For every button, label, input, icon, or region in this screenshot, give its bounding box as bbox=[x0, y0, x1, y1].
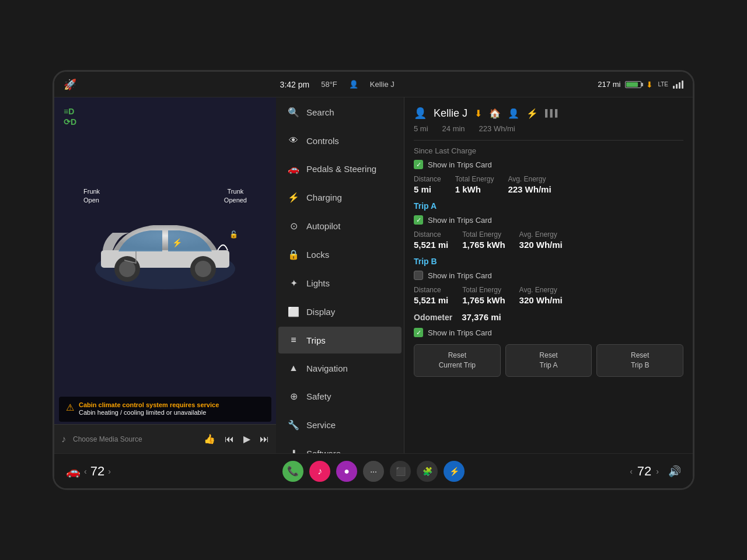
trip-b-checkbox[interactable] bbox=[414, 271, 423, 280]
odometer-checkbox-label: Show in Trips Card bbox=[428, 328, 492, 337]
trip-a-title: Trip A bbox=[414, 201, 683, 211]
phone-app-button[interactable]: 📞 bbox=[282, 461, 303, 482]
camera-button[interactable]: ⬛ bbox=[390, 461, 411, 482]
signal-bars bbox=[673, 80, 683, 89]
menu-item-autopilot[interactable]: ⊙ Autopilot bbox=[278, 212, 402, 240]
phone-icon: 📞 bbox=[287, 466, 299, 477]
battery-fill bbox=[626, 82, 638, 87]
menu-item-pedals[interactable]: 🚗 Pedals & Steering bbox=[278, 155, 402, 183]
display-icon: ⬜ bbox=[288, 306, 299, 317]
trip-b-distance-label: Distance bbox=[414, 286, 448, 294]
right-temp-down-arrow[interactable]: ‹ bbox=[630, 467, 633, 476]
svg-point-3 bbox=[119, 261, 135, 277]
odometer-checkbox[interactable]: ✓ bbox=[414, 328, 423, 337]
prev-button[interactable]: ⏮ bbox=[225, 434, 234, 444]
menu-label-lights: Lights bbox=[306, 278, 330, 288]
more-icon: ··· bbox=[370, 467, 377, 476]
menu-item-safety[interactable]: ⊕ Safety bbox=[278, 383, 402, 410]
trip-b-avg-label: Avg. Energy bbox=[519, 286, 563, 294]
puzzle-icon: 🧩 bbox=[423, 467, 432, 476]
stat-distance-quick: 5 mi bbox=[414, 124, 428, 133]
trip-b-checkbox-row[interactable]: Show in Trips Card bbox=[414, 271, 683, 280]
software-icon: ⬇ bbox=[288, 448, 299, 453]
trip-a-checkbox-row[interactable]: ✓ Show in Trips Card bbox=[414, 215, 683, 225]
apps-button[interactable]: ● bbox=[336, 461, 357, 482]
warning-icon: ⚠ bbox=[66, 402, 74, 413]
since-last-energy-value: 1 kWh bbox=[455, 184, 494, 194]
signal-bar-3 bbox=[679, 82, 680, 89]
bluetooth-button[interactable]: ⚡ bbox=[444, 461, 465, 482]
trip-a-energy: Total Energy 1,765 kWh bbox=[462, 230, 505, 250]
since-last-charge-stats: Distance 5 mi Total Energy 1 kWh Avg. En… bbox=[414, 175, 683, 194]
right-temp-up-arrow[interactable]: › bbox=[656, 467, 659, 476]
menu-item-service[interactable]: 🔧 Service bbox=[278, 411, 402, 439]
status-user-icon: 👤 bbox=[349, 80, 358, 89]
trip-a-avg-value: 320 Wh/mi bbox=[519, 240, 563, 250]
status-mileage: 217 mi bbox=[598, 80, 620, 89]
since-last-charge-checkbox-row[interactable]: ✓ Show in Trips Card bbox=[414, 160, 683, 169]
safety-icon: ⊕ bbox=[288, 391, 299, 402]
menu-label-search: Search bbox=[306, 107, 334, 117]
download-icon: ⬇ bbox=[646, 80, 653, 89]
menu-item-navigation[interactable]: ▲ Navigation bbox=[278, 355, 402, 382]
bluetooth-icon-header: ⚡ bbox=[526, 108, 538, 119]
trip-b-distance-value: 5,521 mi bbox=[414, 295, 448, 305]
menu-item-controls[interactable]: 👁 Controls bbox=[278, 127, 402, 154]
odometer-checkbox-row[interactable]: ✓ Show in Trips Card bbox=[414, 328, 683, 337]
trip-a-section: Trip A ✓ Show in Trips Card Distance 5,5… bbox=[414, 201, 683, 250]
reset-current-trip-button[interactable]: ResetCurrent Trip bbox=[414, 344, 501, 377]
menu-item-display[interactable]: ⬜ Display bbox=[278, 298, 402, 326]
trip-b-energy: Total Energy 1,765 kWh bbox=[462, 286, 505, 305]
left-temp-up-arrow[interactable]: › bbox=[108, 467, 111, 476]
menu-item-trips[interactable]: ≡ Trips bbox=[278, 327, 402, 354]
trip-b-stats: Distance 5,521 mi Total Energy 1,765 kWh… bbox=[414, 286, 683, 305]
next-button[interactable]: ⏭ bbox=[260, 434, 269, 444]
reset-trip-a-button[interactable]: ResetTrip A bbox=[505, 344, 592, 377]
menu-item-search[interactable]: 🔍 Search bbox=[278, 99, 402, 126]
reset-trip-b-button[interactable]: ResetTrip B bbox=[596, 344, 683, 377]
puzzle-button[interactable]: 🧩 bbox=[417, 461, 438, 482]
volume-icon[interactable]: 🔊 bbox=[668, 465, 681, 478]
status-bar-center: 3:42 pm 58°F 👤 Kellie J bbox=[76, 80, 598, 89]
apps-icon: ● bbox=[344, 466, 350, 477]
since-last-distance-value: 5 mi bbox=[414, 184, 441, 194]
menu-label-controls: Controls bbox=[306, 136, 339, 146]
svg-text:🔓: 🔓 bbox=[229, 230, 238, 239]
car-icon-taskbar: 🚗 bbox=[66, 464, 81, 478]
warning-text-container: Cabin climate control system requires se… bbox=[79, 401, 219, 417]
driver-stats: 5 mi 24 min 223 Wh/mi bbox=[414, 124, 683, 133]
camera-icon: ⬛ bbox=[396, 467, 406, 476]
left-temp-section: 🚗 ‹ 72 › bbox=[66, 464, 111, 479]
menu-item-locks[interactable]: 🔒 Locks bbox=[278, 241, 402, 268]
since-last-charge-checkbox[interactable]: ✓ bbox=[414, 160, 423, 169]
music-note-icon: ♪ bbox=[61, 434, 66, 444]
since-last-distance-label: Distance bbox=[414, 175, 441, 183]
menu-label-autopilot: Autopilot bbox=[306, 221, 340, 231]
like-button[interactable]: 👍 bbox=[204, 433, 215, 444]
svg-text:⚡: ⚡ bbox=[172, 238, 183, 248]
trip-a-distance-value: 5,521 mi bbox=[414, 240, 448, 250]
more-button[interactable]: ··· bbox=[363, 461, 384, 482]
since-last-energy-label: Total Energy bbox=[455, 175, 494, 183]
taskbar: 🚗 ‹ 72 › 📞 ♪ ● ··· ⬛ 🧩 bbox=[54, 453, 693, 488]
tesla-screen: 🚀 3:42 pm 58°F 👤 Kellie J 217 mi ⬇ LTE bbox=[53, 70, 694, 490]
trips-content-panel: 👤 Kellie J ⬇ 🏠 👤 ⚡ ▌▌▌ 5 mi 24 min 223 W… bbox=[404, 97, 693, 453]
menu-label-software: Software bbox=[306, 449, 341, 453]
since-last-charge-checkbox-label: Show in Trips Card bbox=[428, 160, 492, 169]
music-app-button[interactable]: ♪ bbox=[309, 461, 330, 482]
right-temp-section: ‹ 72 › 🔊 bbox=[630, 464, 681, 479]
odometer-label: Odometer bbox=[414, 313, 452, 322]
charging-icon: ⚡ bbox=[288, 192, 299, 203]
right-temperature-display: 72 bbox=[637, 464, 651, 479]
menu-item-charging[interactable]: ⚡ Charging bbox=[278, 184, 402, 211]
odometer-check-mark: ✓ bbox=[416, 329, 421, 337]
trips-icon: ≡ bbox=[288, 335, 299, 345]
menu-item-software[interactable]: ⬇ Software bbox=[278, 440, 402, 453]
trip-a-checkbox[interactable]: ✓ bbox=[414, 215, 423, 225]
menu-item-lights[interactable]: ✦ Lights bbox=[278, 270, 402, 297]
play-button[interactable]: ▶ bbox=[243, 433, 250, 444]
left-temp-down-arrow[interactable]: ‹ bbox=[84, 467, 87, 476]
trip-b-avg-energy: Avg. Energy 320 Wh/mi bbox=[519, 286, 563, 305]
menu-label-pedals: Pedals & Steering bbox=[306, 164, 376, 174]
signal-icon: ▌▌▌ bbox=[545, 109, 560, 117]
